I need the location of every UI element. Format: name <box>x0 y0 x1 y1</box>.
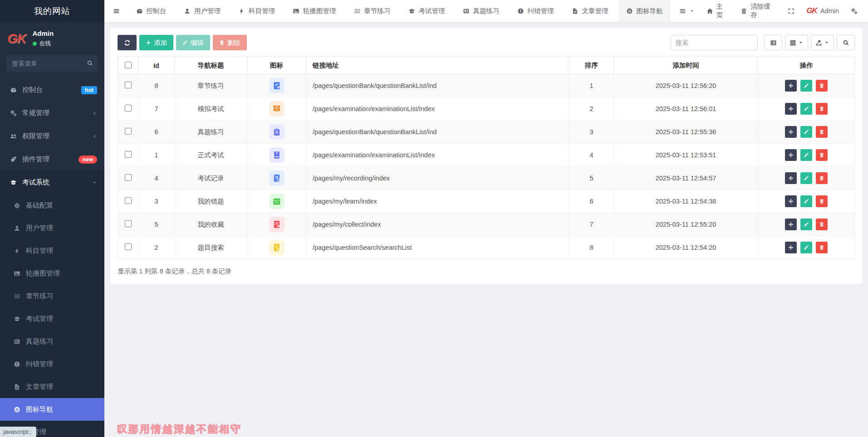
sidebar-item-exam-system[interactable]: 考试系统 <box>0 171 104 194</box>
row-checkbox[interactable] <box>125 128 132 135</box>
edit-button-disabled[interactable]: 编辑 <box>176 35 210 50</box>
users-icon <box>10 133 17 140</box>
move-button[interactable] <box>785 218 797 230</box>
tab-correction-mgmt[interactable]: 纠错管理 <box>510 0 561 22</box>
sidebar-item-article-mgmt[interactable]: 文章管理 <box>0 375 104 398</box>
refresh-button[interactable] <box>118 35 137 50</box>
clear-cache-button[interactable]: 清除缓存 <box>735 0 782 22</box>
brand-logo: GK <box>806 6 817 15</box>
trash-icon <box>819 175 824 181</box>
sidebar-item-exam-mgmt[interactable]: 考试管理 <box>0 307 104 330</box>
move-button[interactable] <box>785 126 797 138</box>
table-search-input[interactable] <box>671 35 758 50</box>
chevron-left-icon <box>92 111 97 116</box>
row-checkbox[interactable] <box>125 197 132 204</box>
select-all-checkbox[interactable] <box>125 62 132 68</box>
row-edit-button[interactable] <box>800 80 812 92</box>
sidebar-item-dashboard[interactable]: 控制台 hot <box>0 78 104 102</box>
add-button[interactable]: 添加 <box>139 35 173 50</box>
export-button[interactable] <box>811 35 834 50</box>
tab-user-mgmt[interactable]: 用户管理 <box>177 0 228 22</box>
tab-banner-mgmt[interactable]: 轮播图管理 <box>285 0 343 22</box>
row-delete-button[interactable] <box>816 195 828 207</box>
table-row[interactable]: 4 考试记录 /pages/my/recording/index 5 2025-… <box>118 167 855 190</box>
tab-real-practice[interactable]: 真题练习 <box>456 0 507 22</box>
sidebar-item-banner-mgmt[interactable]: 轮播图管理 <box>0 262 104 285</box>
graduation-cap-icon <box>408 8 415 15</box>
row-edit-button[interactable] <box>800 242 812 253</box>
move-button[interactable] <box>785 149 797 161</box>
row-delete-button[interactable] <box>816 103 828 115</box>
user-menu[interactable]: GK Admin <box>800 0 845 22</box>
move-button[interactable] <box>785 103 797 115</box>
table-row[interactable]: 2 题目搜索 /pages/questionSearch/searchList … <box>118 236 855 259</box>
row-checkbox[interactable] <box>125 151 132 158</box>
row-checkbox[interactable] <box>125 174 132 181</box>
tab-dashboard[interactable]: 控制台 <box>129 0 174 22</box>
move-icon <box>788 152 794 158</box>
row-edit-button[interactable] <box>800 149 812 161</box>
cell-title: 题目搜索 <box>175 236 247 259</box>
pencil-icon <box>804 152 809 158</box>
table-row[interactable]: 7 模拟考试 /pages/examination/examinationLis… <box>118 97 855 121</box>
move-icon <box>788 245 794 250</box>
row-checkbox[interactable] <box>125 243 132 250</box>
table-row[interactable]: 8 章节练习 /pages/questionBank/questionBankL… <box>118 74 855 97</box>
search-icon <box>87 60 93 67</box>
tabs-dropdown-button[interactable] <box>673 0 701 22</box>
row-edit-button[interactable] <box>800 126 812 138</box>
row-edit-button[interactable] <box>800 172 812 184</box>
sidebar-item-base-config[interactable]: 基础配置 <box>0 194 104 217</box>
move-button[interactable] <box>785 80 797 92</box>
pencil-icon <box>804 129 809 135</box>
sidebar-item-subject-mgmt[interactable]: 科目管理 <box>0 239 104 262</box>
move-button[interactable] <box>785 195 797 207</box>
row-checkbox[interactable] <box>125 105 132 112</box>
sidebar-item-general[interactable]: 常规管理 <box>0 102 104 125</box>
tab-article-mgmt[interactable]: 文章管理 <box>564 0 616 22</box>
row-delete-button[interactable] <box>816 126 828 138</box>
row-edit-button[interactable] <box>800 195 812 207</box>
detail-view-button[interactable] <box>764 35 782 50</box>
sidebar-item-user-mgmt[interactable]: 用户管理 <box>0 217 104 239</box>
sidebar-item-correction-mgmt[interactable]: 纠错管理 <box>0 353 104 375</box>
row-edit-button[interactable] <box>800 218 812 230</box>
row-delete-button[interactable] <box>816 172 828 184</box>
header-link: 链接地址 <box>306 57 569 74</box>
row-delete-button[interactable] <box>816 218 828 230</box>
tab-icon-nav[interactable]: 图标导航 <box>619 0 670 22</box>
trash-icon <box>819 199 824 204</box>
settings-button[interactable] <box>845 0 863 22</box>
row-delete-button[interactable] <box>816 80 828 92</box>
row-edit-button[interactable] <box>800 103 812 115</box>
move-button[interactable] <box>785 242 797 253</box>
trash-icon <box>819 152 824 158</box>
search-button[interactable] <box>837 35 855 50</box>
columns-button[interactable] <box>785 35 808 50</box>
tab-subject-mgmt[interactable]: 科目管理 <box>231 0 282 22</box>
row-delete-button[interactable] <box>816 242 828 253</box>
menu-search-input[interactable] <box>6 55 98 72</box>
delete-button-disabled[interactable]: 删除 <box>213 35 247 50</box>
sidebar-toggle-button[interactable] <box>104 0 129 22</box>
grid-dots-icon <box>14 293 20 300</box>
sidebar-item-addon[interactable]: 插件管理 new <box>0 148 104 171</box>
tab-exam-mgmt[interactable]: 考试管理 <box>401 0 452 22</box>
fullscreen-button[interactable] <box>782 0 800 22</box>
cell-time: 2025-03-11 12:56:01 <box>614 97 758 121</box>
row-checkbox[interactable] <box>125 220 132 227</box>
table-row[interactable]: 3 我的错题 /pages/my/learn/index 6 2025-03-1… <box>118 190 855 213</box>
tab-chapter-practice[interactable]: 章节练习 <box>347 0 398 22</box>
row-delete-button[interactable] <box>816 149 828 161</box>
table-row[interactable]: 6 真题练习 /pages/questionBank/questionBankL… <box>118 121 855 144</box>
home-button[interactable]: 主页 <box>701 0 735 22</box>
sidebar-item-real-practice[interactable]: 真题练习 <box>0 330 104 353</box>
row-checkbox[interactable] <box>125 82 132 88</box>
sidebar-item-icon-nav[interactable]: 图标导航 <box>0 398 104 421</box>
exclamation-icon <box>14 361 20 368</box>
move-button[interactable] <box>785 172 797 184</box>
sidebar-item-auth[interactable]: 权限管理 <box>0 125 104 148</box>
sidebar-item-chapter-practice[interactable]: 章节练习 <box>0 285 104 307</box>
table-row[interactable]: 5 我的收藏 /pages/my/collect/index 7 2025-03… <box>118 213 855 236</box>
table-row[interactable]: 1 正式考试 /pages/examination/examinationLis… <box>118 144 855 167</box>
